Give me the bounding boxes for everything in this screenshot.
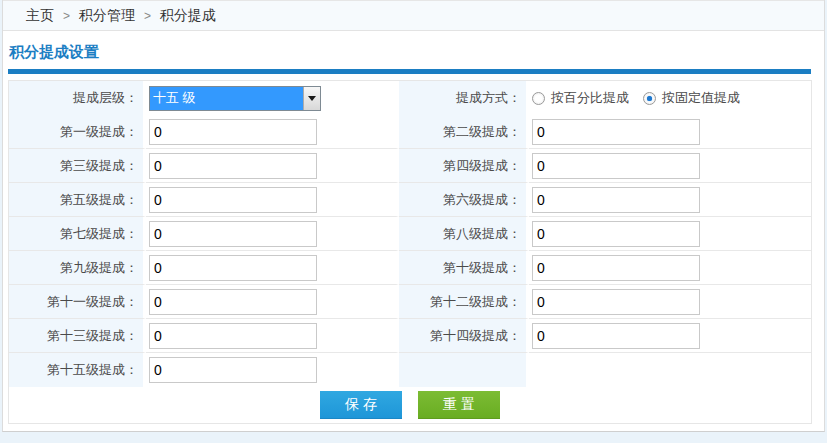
field-label: 第二级提成：: [399, 115, 529, 149]
commission-input-8[interactable]: [532, 221, 700, 247]
commission-input-6[interactable]: [532, 187, 700, 213]
field-row: 第九级提成：第十级提成：: [9, 251, 811, 285]
commission-input-9[interactable]: [149, 255, 317, 281]
field-row: 第五级提成：第六级提成：: [9, 183, 811, 217]
chevron-down-icon: [308, 96, 316, 101]
field-label: 第十一级提成：: [9, 285, 146, 319]
radio-percentage[interactable]: [532, 92, 545, 105]
radio-fixed[interactable]: [643, 92, 656, 105]
breadcrumb-separator: >: [63, 9, 70, 23]
field-row: 第一级提成：第二级提成：: [9, 115, 811, 149]
breadcrumb: 主页 > 积分管理 > 积分提成: [3, 0, 824, 31]
commission-level-label: 提成层级：: [9, 81, 146, 115]
commission-input-4[interactable]: [532, 153, 700, 179]
field-label: [399, 353, 529, 387]
field-label: 第七级提成：: [9, 217, 146, 251]
field-label: 第十五级提成：: [9, 353, 146, 387]
field-row: 第十五级提成：: [9, 353, 811, 387]
field-rows: 第一级提成：第二级提成：第三级提成：第四级提成：第五级提成：第六级提成：第七级提…: [9, 115, 811, 387]
field-row: 第七级提成：第八级提成：: [9, 217, 811, 251]
field-label: 第三级提成：: [9, 149, 146, 183]
save-button[interactable]: 保 存: [320, 391, 402, 419]
commission-input-7[interactable]: [149, 221, 317, 247]
commission-input-3[interactable]: [149, 153, 317, 179]
field-row: 第十三级提成：第十四级提成：: [9, 319, 811, 353]
field-label: 第四级提成：: [399, 149, 529, 183]
commission-input-14[interactable]: [532, 323, 700, 349]
field-label: 第十三级提成：: [9, 319, 146, 353]
commission-input-5[interactable]: [149, 187, 317, 213]
content-panel: 主页 > 积分管理 > 积分提成 积分提成设置 提成层级： 十五 级 提成方式：: [2, 0, 825, 432]
commission-input-15[interactable]: [149, 357, 317, 383]
field-label: 第一级提成：: [9, 115, 146, 149]
reset-button[interactable]: 重 置: [418, 391, 500, 419]
breadcrumb-separator: >: [144, 9, 151, 23]
commission-form-table: 提成层级： 十五 级 提成方式： 按百分比提成按固定值提成 第一级提成：第二级提…: [8, 80, 812, 424]
page-title: 积分提成设置: [9, 43, 811, 62]
field-row: 第十一级提成：第十二级提成：: [9, 285, 811, 319]
field-row: 第三级提成：第四级提成：: [9, 149, 811, 183]
breadcrumb-item-points-commission[interactable]: 积分提成: [160, 7, 216, 25]
breadcrumb-item-home[interactable]: 主页: [26, 7, 54, 25]
actions-row: 保 存 重 置: [9, 387, 811, 423]
field-label: 第九级提成：: [9, 251, 146, 285]
commission-input-11[interactable]: [149, 289, 317, 315]
field-label: 第十级提成：: [399, 251, 529, 285]
radio-label[interactable]: 按百分比提成: [551, 89, 629, 107]
field-label: 第五级提成：: [9, 183, 146, 217]
commission-level-select[interactable]: 十五 级: [149, 86, 321, 111]
commission-mode-radio-group: 按百分比提成按固定值提成: [532, 89, 811, 107]
settings-row: 提成层级： 十五 级 提成方式： 按百分比提成按固定值提成: [9, 81, 811, 115]
radio-label[interactable]: 按固定值提成: [662, 89, 740, 107]
commission-input-13[interactable]: [149, 323, 317, 349]
breadcrumb-item-points-management[interactable]: 积分管理: [79, 7, 135, 25]
select-value: 十五 级: [150, 87, 303, 110]
commission-input-2[interactable]: [532, 119, 700, 145]
commission-mode-label: 提成方式：: [399, 81, 529, 115]
commission-input-10[interactable]: [532, 255, 700, 281]
field-label: 第八级提成：: [399, 217, 529, 251]
commission-input-1[interactable]: [149, 119, 317, 145]
field-label: 第十四级提成：: [399, 319, 529, 353]
commission-input-12[interactable]: [532, 289, 700, 315]
title-underline-bar: [8, 69, 811, 74]
field-label: 第十二级提成：: [399, 285, 529, 319]
dropdown-button[interactable]: [303, 87, 320, 110]
field-label: 第六级提成：: [399, 183, 529, 217]
